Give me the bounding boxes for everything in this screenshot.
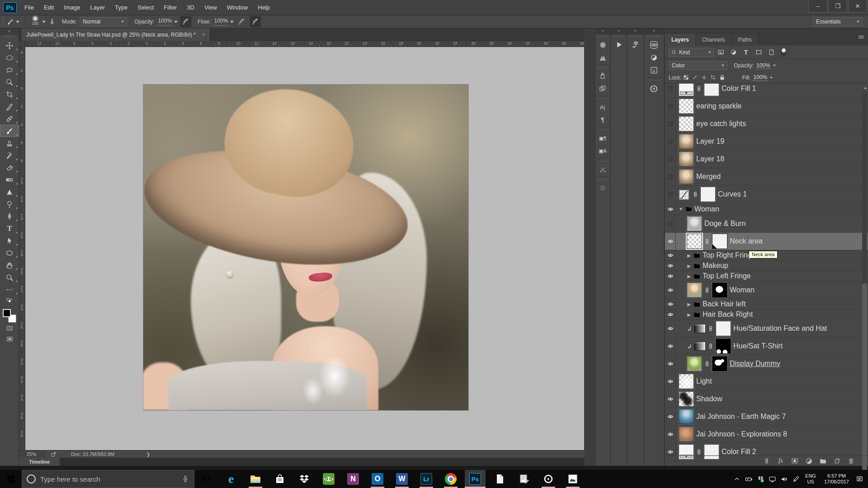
- pressure-size-button[interactable]: [250, 16, 261, 27]
- status-chevron-icon[interactable]: ❯: [146, 451, 150, 457]
- close-button[interactable]: ✕: [848, 0, 867, 13]
- actions-icon[interactable]: [611, 38, 627, 51]
- quick-mask-button[interactable]: [0, 323, 19, 333]
- visibility-toggle[interactable]: [665, 84, 676, 97]
- gradient-tool[interactable]: [0, 174, 19, 186]
- visibility-toggle[interactable]: [665, 168, 676, 185]
- chevron-down-icon[interactable]: [230, 21, 234, 23]
- collapse-panels-icon[interactable]: «: [627, 28, 643, 34]
- visibility-toggle[interactable]: [665, 408, 676, 425]
- character-styles-icon[interactable]: ▣A: [595, 145, 610, 157]
- panel-group-grip[interactable]: [598, 178, 607, 181]
- histogram-icon[interactable]: [595, 51, 610, 64]
- filter-type-layers-icon[interactable]: T: [740, 47, 752, 57]
- layer-mask-thumbnail[interactable]: [704, 84, 719, 96]
- chevron-down-icon[interactable]: ▼: [679, 206, 683, 211]
- filter-shape-layers-icon[interactable]: [753, 47, 764, 57]
- tool-presets-icon[interactable]: [595, 163, 610, 176]
- layer-row[interactable]: ▶Makeup: [665, 261, 868, 271]
- start-button[interactable]: [0, 470, 22, 488]
- brush-preview[interactable]: 150: [30, 15, 41, 28]
- move-tool[interactable]: [0, 39, 19, 52]
- navigator-icon[interactable]: [595, 38, 610, 51]
- visibility-toggle[interactable]: [665, 373, 676, 390]
- foreground-color-swatch[interactable]: [3, 309, 11, 317]
- action-center-icon[interactable]: [854, 475, 865, 483]
- lock-pixels-icon[interactable]: [691, 73, 700, 82]
- styles-icon[interactable]: fx: [644, 64, 664, 76]
- tab-channels[interactable]: Channels: [696, 34, 732, 46]
- chevron-down-icon[interactable]: [773, 65, 776, 66]
- layer-thumbnail[interactable]: [687, 356, 702, 371]
- taskbar-app-media-app[interactable]: [538, 470, 559, 488]
- chevron-down-icon[interactable]: [174, 21, 178, 23]
- ruler-origin[interactable]: [19, 41, 25, 47]
- zoom-level-field[interactable]: 25%: [19, 450, 44, 458]
- taskbar-search-input[interactable]: Type here to search: [22, 470, 194, 488]
- battery-icon[interactable]: [743, 475, 755, 483]
- type-tool[interactable]: T: [0, 222, 19, 235]
- share-icon[interactable]: [51, 451, 57, 457]
- color-themes-icon[interactable]: [644, 82, 664, 95]
- layer-row[interactable]: Hue/Sat T-Shirt: [665, 338, 868, 355]
- brush-preset-icon[interactable]: [6, 18, 14, 26]
- eyedropper-tool[interactable]: [0, 100, 19, 113]
- layer-thumbnail[interactable]: [679, 374, 694, 389]
- pen-tool[interactable]: [0, 210, 19, 222]
- edit-toolbar[interactable]: [0, 283, 19, 296]
- visibility-toggle[interactable]: [665, 338, 676, 355]
- panel-group-grip[interactable]: [598, 128, 607, 131]
- taskbar-app-chrome[interactable]: [440, 470, 461, 488]
- menu-file[interactable]: File: [19, 0, 39, 15]
- filter-kind-select[interactable]: Kind: [669, 48, 714, 57]
- taskbar-app-dropbox[interactable]: [294, 470, 315, 488]
- clone-source-icon[interactable]: [595, 82, 610, 95]
- layer-thumbnail[interactable]: [687, 216, 702, 231]
- new-layer-icon[interactable]: [832, 458, 842, 465]
- layer-row[interactable]: earing sparkle: [665, 98, 868, 115]
- delete-layer-icon[interactable]: [846, 458, 856, 465]
- minimize-button[interactable]: –: [808, 0, 827, 13]
- layer-row[interactable]: Color Fill 1: [665, 84, 868, 98]
- layer-thumbnail[interactable]: [679, 99, 694, 114]
- collapse-panels-icon[interactable]: «: [644, 28, 664, 34]
- adjustments-icon[interactable]: [644, 51, 664, 64]
- panel-group-grip[interactable]: [598, 66, 607, 69]
- layer-styles-icon[interactable]: fx: [776, 457, 786, 465]
- visibility-toggle[interactable]: [665, 310, 676, 319]
- screen-mode-button[interactable]: [0, 333, 19, 344]
- workspace-select[interactable]: Essentials: [813, 17, 863, 26]
- brush-tool[interactable]: [0, 125, 19, 137]
- chevron-right-icon[interactable]: ▶: [687, 263, 691, 268]
- panel-group-grip[interactable]: [598, 35, 607, 38]
- crop-tool[interactable]: [0, 88, 19, 100]
- taskbar-app-onenote[interactable]: N: [343, 470, 363, 488]
- visibility-toggle[interactable]: [665, 98, 676, 115]
- chevron-down-icon[interactable]: [16, 21, 19, 23]
- filter-pixel-layers-icon[interactable]: [715, 47, 726, 57]
- close-document-icon[interactable]: ×: [202, 32, 205, 38]
- visibility-toggle[interactable]: [665, 320, 676, 337]
- layer-row[interactable]: Merged: [665, 168, 868, 186]
- chevron-down-icon[interactable]: [770, 77, 773, 79]
- taskbar-app-photos[interactable]: [562, 470, 583, 488]
- layer-row[interactable]: Shadow: [665, 390, 868, 408]
- visibility-toggle[interactable]: [665, 215, 676, 232]
- chevron-right-icon[interactable]: ▶: [687, 274, 691, 279]
- layer-row[interactable]: Jai Johnson - Earth Magic 7: [665, 408, 868, 426]
- panel-group-grip[interactable]: [647, 35, 661, 38]
- layer-row[interactable]: Doge & Burn: [665, 215, 868, 233]
- filter-smart-objects-icon[interactable]: [765, 47, 777, 57]
- menu-window[interactable]: Window: [222, 0, 253, 15]
- tab-timeline[interactable]: Timeline: [19, 458, 60, 466]
- menu-edit[interactable]: Edit: [39, 0, 59, 15]
- panel-group-grip[interactable]: [647, 79, 661, 82]
- volume-icon[interactable]: [778, 475, 790, 483]
- layer-thumbnail[interactable]: [679, 391, 694, 407]
- taskbar-app-tripadvisor[interactable]: [318, 470, 339, 488]
- character-panel-icon[interactable]: A|: [595, 101, 610, 113]
- layer-mask-thumbnail[interactable]: [716, 321, 731, 336]
- layer-thumbnail[interactable]: [679, 134, 694, 149]
- blur-tool[interactable]: [0, 186, 19, 198]
- task-view-button[interactable]: [196, 470, 217, 488]
